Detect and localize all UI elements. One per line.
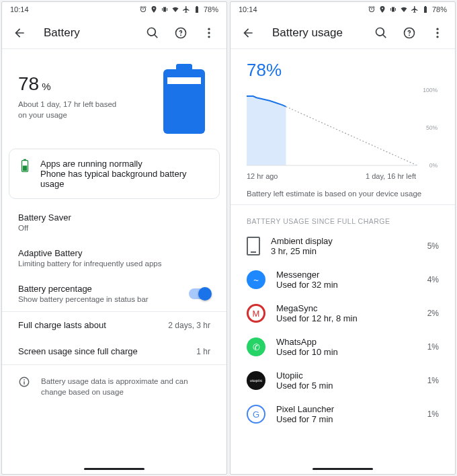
svg-text:0%: 0%	[429, 162, 438, 168]
app-icon: ~	[247, 270, 265, 289]
more-vert-icon	[431, 26, 444, 40]
callout-title: Apps are running normally	[40, 159, 210, 169]
airplane-icon	[182, 5, 190, 13]
page-title: Battery	[44, 26, 136, 40]
row-battery-percentage[interactable]: Battery percentage Show battery percenta…	[2, 276, 226, 311]
info-icon	[18, 376, 30, 388]
vibrate-icon	[161, 5, 169, 13]
svg-rect-4	[24, 159, 26, 161]
app-name: Pixel Launcher	[276, 404, 417, 414]
app-bar: Battery usage	[231, 17, 455, 49]
app-pct: 5%	[427, 241, 439, 251]
battery-estimate: About 1 day, 17 hr left based on your us…	[18, 99, 126, 120]
status-time: 10:14	[10, 5, 29, 13]
location-icon	[378, 5, 386, 13]
back-button[interactable]	[7, 21, 32, 45]
help-button[interactable]	[169, 21, 193, 45]
status-icons: 78%	[368, 5, 447, 13]
battery-ok-icon	[19, 159, 31, 173]
usage-row[interactable]: ~MessengerUsed for 32 min4%	[231, 263, 455, 296]
usage-row[interactable]: ✆WhatsAppUsed for 10 min1%	[231, 330, 455, 364]
app-icon	[247, 237, 260, 255]
svg-text:50%: 50%	[426, 124, 438, 131]
app-icon: utopiic	[247, 371, 265, 390]
battery-chart-svg: 100%50%0%	[247, 87, 439, 168]
nav-pill[interactable]	[84, 468, 144, 470]
more-vert-icon	[202, 26, 216, 40]
svg-point-8	[436, 36, 438, 38]
app-name: WhatsApp	[276, 337, 417, 347]
page-title: Battery usage	[272, 26, 365, 40]
search-button[interactable]	[369, 21, 393, 45]
app-name: MegaSync	[276, 303, 417, 313]
app-pct: 1%	[427, 409, 439, 419]
alarm-icon	[139, 5, 147, 13]
arrow-back-icon	[13, 26, 26, 40]
status-bar: 10:14 78%	[231, 2, 455, 17]
app-sub: Used for 7 min	[276, 414, 417, 424]
help-button[interactable]	[397, 21, 421, 45]
app-name: Messenger	[276, 270, 417, 280]
alarm-icon	[368, 5, 376, 13]
app-name: Ambient display	[271, 236, 417, 246]
status-battery-pct: 78%	[204, 5, 218, 13]
vibrate-icon	[389, 5, 397, 13]
svg-point-0	[208, 28, 210, 30]
overflow-button[interactable]	[197, 21, 221, 45]
nav-pill[interactable]	[313, 468, 373, 470]
back-button[interactable]	[236, 21, 260, 45]
search-button[interactable]	[140, 21, 165, 45]
row-battery-saver[interactable]: Battery Saver Off	[2, 204, 226, 240]
battery-percentage-switch[interactable]	[189, 288, 210, 299]
battery-hero: 78% About 1 day, 17 hr left based on you…	[2, 49, 226, 146]
overflow-button[interactable]	[425, 21, 450, 45]
app-icon: ✆	[247, 338, 265, 356]
svg-point-6	[436, 28, 438, 30]
svg-rect-5	[23, 165, 27, 171]
usage-row[interactable]: GPixel LauncherUsed for 7 min1%	[231, 397, 455, 431]
usage-row[interactable]: MMegaSyncUsed for 12 hr, 8 min2%	[231, 296, 455, 330]
wifi-icon	[400, 5, 408, 13]
app-icon: G	[247, 405, 265, 424]
app-pct: 2%	[427, 309, 439, 318]
app-sub: Used for 12 hr, 8 min	[276, 313, 417, 323]
app-sub: Used for 10 min	[276, 347, 417, 357]
apps-normal-callout[interactable]: Apps are running normally Phone has typi…	[9, 149, 220, 199]
status-battery-pct: 78%	[432, 5, 447, 13]
status-time: 10:14	[239, 5, 257, 13]
airplane-icon	[411, 5, 419, 13]
chart-x-start: 12 hr ago	[247, 172, 278, 180]
location-icon	[150, 5, 158, 13]
usage-row[interactable]: utopiicUtopiicUsed for 5 min1%	[231, 364, 455, 397]
battery-icon	[193, 5, 201, 13]
battery-pct: 78%	[18, 73, 150, 95]
row-screen-usage[interactable]: Screen usage since full charge 1 hr	[2, 338, 226, 364]
app-sub: Used for 32 min	[276, 280, 417, 290]
battery-graphic-icon	[163, 69, 205, 134]
row-full-charge[interactable]: Full charge lasts about 2 days, 3 hr	[2, 312, 226, 338]
usage-row[interactable]: Ambient display3 hr, 25 min5%	[231, 229, 455, 263]
svg-point-1	[208, 32, 210, 34]
search-icon	[146, 26, 159, 40]
screen-battery-usage: 10:14 78% Battery usage	[230, 1, 456, 475]
arrow-back-icon	[241, 26, 255, 40]
svg-text:100%: 100%	[423, 87, 438, 93]
app-icon: M	[247, 304, 265, 323]
chart-x-end: 1 day, 16 hr left	[366, 172, 416, 180]
chart-note: Battery left estimate is based on your d…	[247, 190, 439, 198]
svg-point-2	[208, 36, 210, 38]
status-icons: 78%	[139, 5, 218, 13]
wifi-icon	[171, 5, 179, 13]
section-title: Battery usage since full charge	[231, 205, 455, 229]
battery-chart: 78% 100%50%0% 12 hr ago 1 day, 16 hr lef…	[231, 49, 455, 204]
status-bar: 10:14 78%	[2, 2, 226, 17]
app-sub: 3 hr, 25 min	[271, 246, 417, 256]
help-icon	[174, 26, 188, 40]
svg-point-7	[436, 32, 438, 34]
battery-icon	[421, 5, 429, 13]
app-sub: Used for 5 min	[276, 381, 417, 391]
chart-current-pct: 78%	[247, 60, 439, 81]
usage-list: Ambient display3 hr, 25 min5%~MessengerU…	[231, 229, 455, 431]
row-adaptive-battery[interactable]: Adaptive Battery Limiting battery for in…	[2, 240, 226, 276]
app-pct: 4%	[427, 275, 439, 284]
